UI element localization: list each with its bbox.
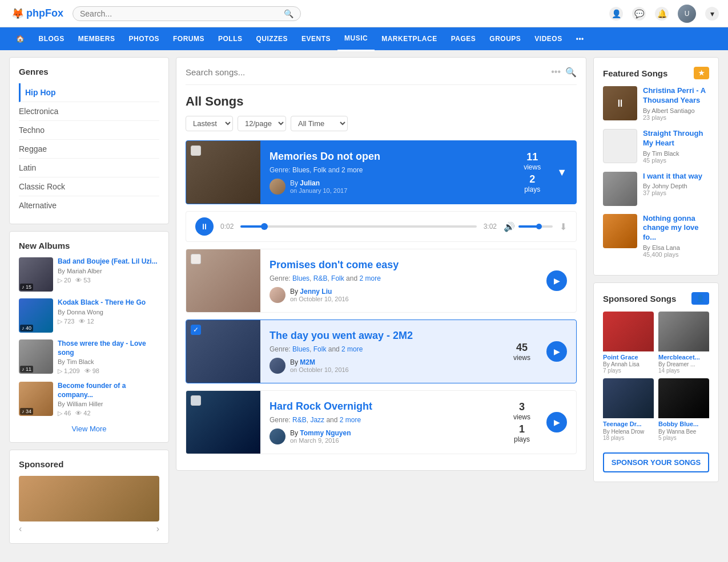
genre-link[interactable]: 2 more [341,166,363,174]
nav-members[interactable]: MEMBERS [71,27,122,50]
genre-alternative[interactable]: Alternative [19,196,159,215]
volume-bar[interactable] [518,225,553,228]
genre-electronica[interactable]: Electronica [19,102,159,121]
song-genre: Genre: Blues, R&B, Folk and 2 more [270,274,528,282]
genre-link[interactable]: R&B [313,274,328,282]
genre-latin[interactable]: Latin [19,159,159,177]
user-avatar[interactable]: U [678,5,696,23]
sponsored-banner [19,476,159,521]
nav-events[interactable]: EVENTS [295,27,337,50]
album-title[interactable]: Kodak Black - There He Go [58,298,159,308]
featured-song-title[interactable]: Christina Perri - A Thousand Years [643,86,709,106]
nav-marketplace[interactable]: MARKETPLACE [375,27,444,50]
genre-link[interactable]: Jazz [310,416,324,424]
all-songs-title: All Songs [186,94,577,109]
genre-link[interactable]: 2 more [359,274,380,282]
chat-icon[interactable]: 💬 [632,7,646,21]
play-circle[interactable]: ▶ [546,412,567,432]
logo[interactable]: 🦊 phpFox [9,7,63,20]
view-more-link[interactable]: View More [71,424,106,433]
search-icon[interactable]: 🔍 [565,67,577,78]
album-title[interactable]: Become founder of a company... [58,382,159,399]
nav-music[interactable]: MUSIC [337,27,375,51]
song-checkbox[interactable] [191,395,201,406]
view-more[interactable]: View More [19,424,159,433]
nav-groups[interactable]: GROUPS [482,27,528,50]
more-options-icon[interactable]: ••• [551,67,561,78]
play-button[interactable]: ▶ [537,249,576,312]
genre-reggae[interactable]: Reggae [19,140,159,159]
song-title[interactable]: Promises don't come easy [270,259,528,271]
song-checkbox[interactable] [191,145,201,156]
genre-classicrock[interactable]: Classic Rock [19,177,159,196]
album-by: By Mariah Alber [58,268,159,274]
song-title-link[interactable]: Promises don't come easy [270,259,399,270]
genre-link[interactable]: 2 more [341,345,363,353]
people-icon[interactable]: 👤 [609,7,623,21]
nav-photos[interactable]: PHOTOS [122,27,166,50]
song-checkbox[interactable]: ✓ [191,325,201,335]
nav-pages[interactable]: PAGES [444,27,483,50]
sponsor-songs-button[interactable]: SPONSOR YOUR SONGS [603,452,709,472]
song-checkbox[interactable] [191,254,201,264]
album-thumb: ♪ 11 [19,339,53,374]
song-title-link[interactable]: The day you went away - 2M2 [270,330,413,341]
featured-song-title[interactable]: Straight Through My Heart [643,129,709,148]
global-search-input[interactable] [80,9,284,18]
featured-song-title[interactable]: Nothing gonna change my love fo... [643,214,709,243]
sponsored-song-title[interactable]: Bobby Blue... [658,421,709,428]
genre-link[interactable]: Blues [292,345,309,353]
play-circle[interactable]: ▶ [546,270,567,291]
genre-link[interactable]: Folk [313,166,327,174]
song-title[interactable]: Memories Do not open [270,151,508,163]
song-title[interactable]: Hard Rock Overnight [270,401,497,413]
sponsored-song-thumb [603,312,654,351]
sponsored-song-title[interactable]: Mercbleacet... [658,354,709,361]
pause-button[interactable]: ⏸ [195,217,214,236]
song-title[interactable]: The day you went away - 2M2 [270,330,497,342]
time-filter[interactable]: All Time Today This Week [291,116,348,131]
nav-blogs[interactable]: BLOGS [32,27,71,50]
nav-videos[interactable]: VIDEOS [528,27,569,50]
song-author[interactable]: Julian [300,179,320,187]
song-author[interactable]: M2M [300,358,315,366]
genre-hiphop[interactable]: Hip Hop [19,83,159,102]
song-author[interactable]: Tommy Nguyen [300,429,351,437]
play-button[interactable]: ▼ [548,141,576,204]
sponsored-song-title[interactable]: Point Grace [603,354,654,361]
global-search[interactable]: 🔍 [73,6,301,21]
nav-polls[interactable]: POLLS [211,27,250,50]
volume-icon[interactable]: 🔊 [504,221,515,232]
player-progress[interactable] [240,225,476,228]
genre-link[interactable]: Folk [331,274,344,282]
genre-techno[interactable]: Techno [19,121,159,140]
song-author[interactable]: Jenny Liu [300,288,332,296]
album-title[interactable]: Those wrere the day - Love song [58,339,159,357]
sponsored-song-title[interactable]: Teenage Dr... [603,421,654,428]
sponsored-song-card: Teenage Dr... By Helena Drow 18 plays [603,378,654,440]
bell-icon[interactable]: 🔔 [655,7,669,21]
perpage-filter[interactable]: 12/page 24/page 48/page [238,116,286,131]
sponsored-prev[interactable]: ‹ [19,524,22,534]
play-button[interactable]: ▶ [537,320,576,383]
genre-link[interactable]: R&B [292,416,307,424]
genre-link[interactable]: Blues [292,274,309,282]
genre-link[interactable]: 2 more [340,416,361,424]
featured-song-title[interactable]: I want it that way [643,172,709,181]
play-button[interactable]: ▶ [537,391,576,454]
nav-home[interactable]: 🏠 [9,27,32,50]
nav-more[interactable]: ••• [569,27,591,50]
featured-by: By Johny Depth [643,183,709,189]
search-songs-input[interactable] [186,67,551,77]
genre-link[interactable]: Blues [292,166,309,174]
play-circle[interactable]: ▶ [546,341,567,362]
sort-filter[interactable]: Lastest Oldest Popular [186,116,233,131]
album-title[interactable]: Bad and Boujee (Feat. Lil Uzi... [58,257,159,266]
nav-quizzes[interactable]: QUIZZES [250,27,295,50]
song-title-link[interactable]: Hard Rock Overnight [270,401,372,412]
sponsored-next[interactable]: › [156,524,159,534]
genre-link[interactable]: Folk [313,345,327,353]
download-icon[interactable]: ⬇ [560,221,567,232]
nav-forums[interactable]: FORUMS [166,27,211,50]
caret-down-icon[interactable]: ▾ [705,7,719,21]
